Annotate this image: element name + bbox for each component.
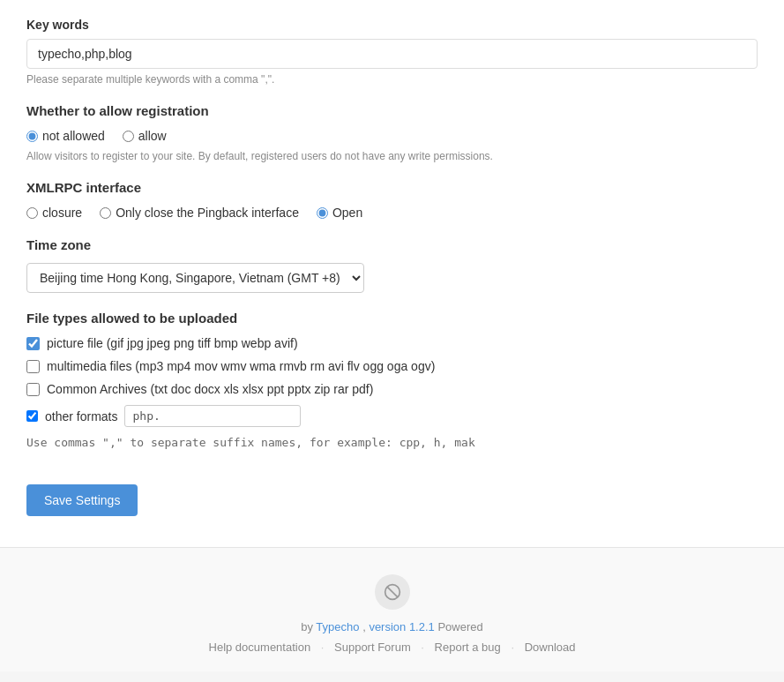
footer-typecho-link[interactable]: Typecho [316,620,359,633]
footer-sep-0: · [321,641,325,654]
file-type-archives-checkbox[interactable] [26,383,40,396]
xmlrpc-closure-radio[interactable] [26,207,38,219]
registration-allow-label[interactable]: allow [138,129,167,143]
xmlrpc-only-close-radio[interactable] [100,207,111,219]
keywords-input[interactable] [26,39,758,69]
xmlrpc-closure-label[interactable]: closure [42,206,82,220]
file-type-multimedia-option[interactable]: multimedia files (mp3 mp4 mov wmv wma rm… [26,359,758,373]
registration-section: Whether to allow registration not allowe… [26,103,758,162]
timezone-section: Time zone Beijing time Hong Kong, Singap… [26,237,758,293]
registration-allow-option[interactable]: allow [123,129,167,143]
other-formats-checkbox[interactable] [26,410,38,422]
xmlrpc-radio-group: closure Only close the Pingback interfac… [26,206,758,220]
file-types-section: File types allowed to be uploaded pictur… [26,311,758,449]
registration-help: Allow visitors to register to your site.… [26,150,758,162]
footer-by: by [301,620,313,633]
xmlrpc-section: XMLRPC interface closure Only close the … [26,180,758,220]
footer-icon [375,574,410,610]
file-type-archives-option[interactable]: Common Archives (txt doc docx xls xlsx p… [26,382,758,396]
other-formats-input[interactable] [124,405,301,427]
footer-version-link[interactable]: version 1.2.1 [369,620,434,633]
xmlrpc-only-close-label[interactable]: Only close the Pingback interface [116,206,299,220]
other-formats-row: other formats [26,405,758,427]
registration-not-allowed-option[interactable]: not allowed [26,129,105,143]
keywords-help: Please separate multiple keywords with a… [26,73,758,86]
file-type-multimedia-checkbox[interactable] [26,360,40,373]
file-type-multimedia-label[interactable]: multimedia files (mp3 mp4 mov wmv wma rm… [47,359,435,373]
footer-powered-label: Powered [437,620,482,633]
xmlrpc-closure-option[interactable]: closure [26,206,82,220]
xmlrpc-open-radio[interactable] [317,207,328,219]
registration-not-allowed-label[interactable]: not allowed [42,129,105,143]
footer-links: Help documentation · Support Forum · Rep… [0,641,784,654]
footer-link-help[interactable]: Help documentation [209,641,311,654]
svg-line-1 [387,587,398,597]
file-types-help: Use commas "," to separate suffix names,… [26,436,758,449]
footer-link-support[interactable]: Support Forum [334,641,411,654]
file-types-checkbox-group: picture file (gif jpg jpeg png tiff bmp … [26,336,758,427]
timezone-label: Time zone [26,237,758,252]
main-content: Key words Please separate multiple keywo… [0,0,784,547]
other-formats-label[interactable]: other formats [45,409,117,423]
footer: by Typecho , version 1.2.1 Powered Help … [0,547,784,671]
xmlrpc-open-label[interactable]: Open [332,206,362,220]
registration-label: Whether to allow registration [26,103,758,118]
keywords-label: Key words [26,18,758,32]
file-types-label: File types allowed to be uploaded [26,311,758,326]
footer-sep-1: · [421,641,424,654]
xmlrpc-open-option[interactable]: Open [317,206,362,220]
timezone-select[interactable]: Beijing time Hong Kong, Singapore, Vietn… [26,263,364,293]
footer-link-download[interactable]: Download [525,641,576,654]
registration-not-allowed-radio[interactable] [26,131,38,142]
footer-powered-text: by Typecho , version 1.2.1 Powered [0,620,784,633]
file-type-archives-label[interactable]: Common Archives (txt doc docx xls xlsx p… [47,382,373,396]
footer-sep-2: · [511,641,514,654]
file-type-picture-checkbox[interactable] [26,337,40,350]
xmlrpc-label: XMLRPC interface [26,180,758,195]
footer-link-bug[interactable]: Report a bug [435,641,501,654]
registration-radio-group: not allowed allow [26,129,758,143]
keywords-section: Key words Please separate multiple keywo… [26,18,758,86]
xmlrpc-only-close-option[interactable]: Only close the Pingback interface [100,206,299,220]
registration-allow-radio[interactable] [123,131,134,142]
file-type-picture-option[interactable]: picture file (gif jpg jpeg png tiff bmp … [26,336,758,350]
file-type-picture-label[interactable]: picture file (gif jpg jpeg png tiff bmp … [47,336,298,350]
save-settings-button[interactable]: Save Settings [26,484,138,516]
